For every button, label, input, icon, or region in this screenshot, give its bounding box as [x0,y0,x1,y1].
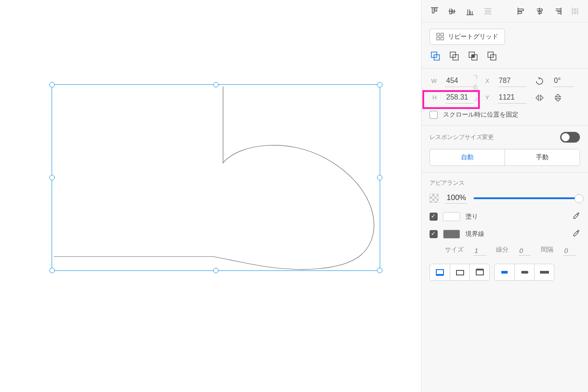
repeat-grid-label: リピートグリッド [448,33,498,41]
boolean-exclude-button[interactable] [486,50,498,62]
stroke-dash-input[interactable] [518,246,531,256]
design-canvas[interactable] [0,0,421,392]
resize-handle-tl[interactable] [49,82,55,87]
fill-label: 塗り [465,213,478,221]
height-input[interactable] [445,91,474,104]
align-left-button[interactable] [517,6,527,17]
svg-rect-2 [437,37,439,40]
align-middle-button[interactable] [448,6,457,17]
border-color-swatch[interactable] [443,230,460,239]
fill-eyedropper-button[interactable] [572,212,580,221]
appearance-section: アピアランス 100% 塗り 境界線 サイズ 線分 間隔 [421,173,588,287]
boolean-intersect-button[interactable] [467,50,479,62]
svg-rect-0 [437,33,439,36]
flip-vertical-button[interactable] [553,94,563,102]
stroke-gap-input[interactable] [563,246,576,256]
distribute-vertical-button[interactable] [483,6,493,17]
inspector-panel: リピートグリッド W X H Y スクロール時に位置を固定 [421,0,588,392]
responsive-mode-segment: 自動 手動 [430,149,580,166]
fill-enable-checkbox[interactable] [430,213,438,221]
border-eyedropper-button[interactable] [572,229,580,239]
alignment-toolbar [421,0,588,22]
responsive-section: レスポンシブサイズ変更 自動 手動 [421,126,588,173]
resize-handle-tm[interactable] [213,82,219,87]
opacity-slider[interactable] [474,197,580,199]
opacity-input[interactable]: 100% [445,192,467,204]
border-enable-checkbox[interactable] [430,230,438,238]
rotate-icon[interactable] [535,77,544,85]
stroke-size-label: サイズ [445,246,464,256]
resize-handle-tr[interactable] [377,82,382,87]
fix-position-label: スクロール時に位置を固定 [443,111,518,119]
lock-aspect-icon[interactable] [474,75,480,101]
cap-round-button[interactable] [514,264,534,280]
boolean-subtract-button[interactable] [448,50,460,62]
fill-color-swatch[interactable] [443,212,460,221]
cap-projecting-button[interactable] [534,264,554,280]
width-label: W [430,78,437,84]
responsive-title: レスポンシブサイズ変更 [430,133,494,141]
stroke-gap-label: 間隔 [541,246,553,256]
svg-rect-16 [456,270,464,275]
align-bottom-button[interactable] [465,6,475,17]
svg-rect-10 [472,55,474,57]
svg-rect-3 [441,37,443,40]
stroke-dash-label: 線分 [496,246,509,256]
resize-handle-bm[interactable] [213,268,219,273]
responsive-manual-button[interactable]: 手動 [505,149,579,166]
fix-position-checkbox[interactable] [430,111,438,119]
width-input[interactable] [445,75,474,87]
resize-handle-ml[interactable] [49,175,55,180]
align-top-button[interactable] [430,6,439,17]
resize-handle-br[interactable] [377,268,382,273]
appearance-title: アピアランス [430,179,580,187]
distribute-horizontal-button[interactable] [570,6,580,17]
align-center-button[interactable] [535,6,544,17]
repeat-boolean-section: リピートグリッド [421,22,588,69]
border-label: 境界線 [465,230,484,238]
align-right-button[interactable] [553,6,562,17]
cap-butt-button[interactable] [495,264,514,280]
x-label: X [482,78,489,84]
repeat-grid-button[interactable]: リピートグリッド [430,29,505,45]
stroke-align-center-button[interactable] [450,264,470,280]
responsive-toggle[interactable] [560,132,580,143]
flip-horizontal-button[interactable] [535,94,544,101]
x-input[interactable] [498,75,527,87]
stroke-size-input[interactable] [474,246,486,256]
resize-handle-mr[interactable] [377,175,382,180]
stroke-align-outer-button[interactable] [470,264,489,280]
responsive-auto-button[interactable]: 自動 [430,149,505,166]
resize-handle-bl[interactable] [49,268,55,273]
y-label: Y [482,94,489,101]
opacity-checker-icon [430,194,439,203]
svg-rect-1 [441,33,443,36]
transform-section: W X H Y スクロール時に位置を固定 [421,69,588,126]
selection-bounding-box[interactable] [52,84,380,271]
boolean-add-button[interactable] [430,50,441,62]
y-input[interactable] [498,91,527,104]
grid-icon [436,33,444,41]
rotation-input[interactable] [553,75,574,87]
stroke-align-inner-button[interactable] [430,264,450,280]
height-label: H [430,94,437,101]
